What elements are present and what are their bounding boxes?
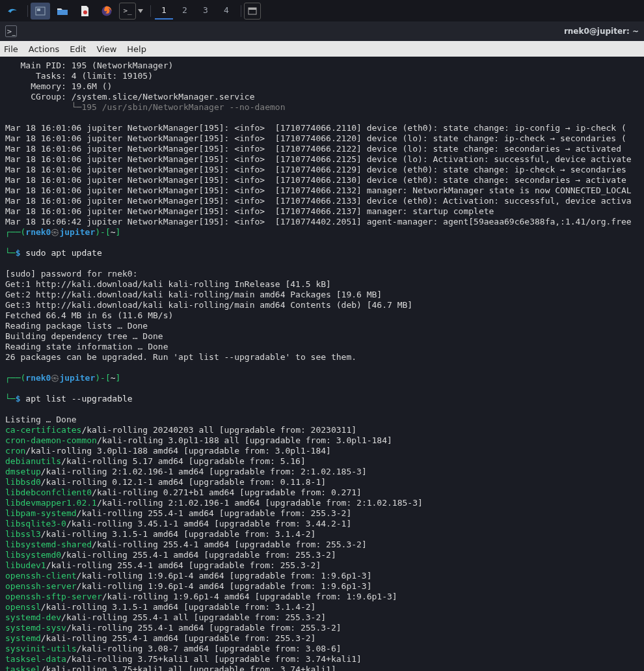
kali-menu-icon[interactable] (3, 3, 22, 20)
menubar: File Actions Edit View Help (0, 41, 644, 57)
prompt-line-2: ┌──(rnek0㉿jupiter)-[~] (5, 373, 639, 383)
status-tasks: Tasks: 4 (limit: 19105) (5, 71, 153, 81)
package-line: tasksel-data/kali-rolling 3.75+kali1 all… (5, 654, 362, 664)
separator (27, 5, 28, 17)
workspace-3[interactable]: 3 (196, 3, 215, 20)
package-line: systemd/kali-rolling 255.4-1 amd64 [upgr… (5, 633, 315, 643)
log-line: Mar 18 16:01:06 jupiter NetworkManager[1… (5, 175, 626, 185)
apt-output-line: [sudo] password for rnek0: (5, 269, 138, 279)
svg-rect-5 (248, 8, 256, 10)
apt-output-line: Reading package lists … Done (5, 321, 148, 331)
show-desktop-icon[interactable] (244, 3, 261, 20)
package-line: openssh-client/kali-rolling 1:9.6p1-4 am… (5, 571, 372, 581)
package-line: libssl3/kali-rolling 3.1.5-1 amd64 [upgr… (5, 529, 315, 539)
log-line: Mar 18 16:01:06 jupiter NetworkManager[1… (5, 123, 626, 133)
apt-output-line: Get:2 http://kali.download/kali kali-rol… (5, 290, 382, 299)
apt-output-line: Fetched 66.4 MB in 6s (11.6 MB/s) (5, 310, 173, 320)
log-line: Mar 18 16:01:06 jupiter NetworkManager[1… (5, 144, 626, 154)
status-main-pid: Main PID: 195 (NetworkManager) (5, 61, 173, 70)
log-line: Mar 18 16:01:06 jupiter NetworkManager[1… (5, 206, 494, 216)
listing-header: Listing … Done (5, 415, 77, 424)
package-line: libsystemd0/kali-rolling 255.4-1 amd64 [… (5, 550, 336, 560)
prompt-cmd-2: └─$ apt list --upgradable (5, 394, 639, 404)
workspace-2[interactable]: 2 (176, 3, 194, 20)
window-title: rnek0@jupiter: ~ (564, 27, 639, 36)
apt-output-line: Building dependency tree … Done (5, 331, 163, 341)
separator (241, 5, 241, 17)
apt-output-line: 26 packages can be upgraded. Run 'apt li… (5, 352, 356, 362)
package-line: tasksel/kali-rolling 3.75+kali1 all [upg… (5, 664, 336, 671)
package-line: libbsd0/kali-rolling 0.12.1-1 amd64 [upg… (5, 477, 326, 487)
window-titlebar[interactable]: >_ rnek0@jupiter: ~ (0, 21, 644, 41)
cherrytree-icon[interactable] (75, 3, 94, 20)
firefox-icon[interactable] (97, 3, 116, 20)
apt-output-line: Get:1 http://kali.download/kali kali-rol… (5, 279, 331, 289)
terminal-output[interactable]: Main PID: 195 (NetworkManager) Tasks: 4 … (0, 57, 644, 671)
log-line: Mar 18 16:01:06 jupiter NetworkManager[1… (5, 133, 626, 143)
log-line: Mar 18 16:01:06 jupiter NetworkManager[1… (5, 185, 632, 195)
terminal-launcher-icon[interactable]: >_ (119, 3, 136, 20)
log-line: Mar 18 16:01:06 jupiter NetworkManager[1… (5, 196, 632, 206)
menu-file[interactable]: File (4, 44, 18, 54)
package-line: openssh-sftp-server/kali-rolling 1:9.6p1… (5, 592, 397, 601)
log-line: Mar 18 16:06:42 jupiter NetworkManager[1… (5, 217, 632, 226)
package-line: cron-daemon-common/kali-rolling 3.0pl1-1… (5, 435, 392, 445)
menu-help[interactable]: Help (127, 44, 146, 54)
package-line: libdevmapper1.02.1/kali-rolling 2:1.02.1… (5, 498, 423, 508)
status-cgroup: CGroup: /system.slice/NetworkManager.ser… (5, 92, 255, 102)
workspace-4[interactable]: 4 (217, 3, 235, 20)
package-line: ca-certificates/kali-rolling 20240203 al… (5, 425, 356, 435)
terminal-dropdown-icon[interactable] (136, 3, 145, 20)
separator (150, 5, 151, 17)
package-line: libdebconfclient0/kali-rolling 0.271+b1 … (5, 487, 362, 497)
package-line: openssh-server/kali-rolling 1:9.6p1-4 am… (5, 581, 372, 591)
menu-actions[interactable]: Actions (29, 44, 60, 54)
prompt-line-1: ┌──(rnek0㉿jupiter)-[~] (5, 227, 639, 238)
menu-view[interactable]: View (96, 44, 116, 54)
svg-point-2 (83, 10, 87, 14)
package-line: libsqlite3-0/kali-rolling 3.45.1-1 amd64… (5, 519, 351, 528)
package-line: libpam-systemd/kali-rolling 255.4-1 amd6… (5, 508, 351, 518)
package-line: libudev1/kali-rolling 255.4-1 amd64 [upg… (5, 560, 321, 570)
prompt-cmd-1: └─$ sudo apt update (5, 248, 639, 258)
log-line: Mar 18 16:01:06 jupiter NetworkManager[1… (5, 154, 632, 164)
package-line: openssl/kali-rolling 3.1.5-1 amd64 [upgr… (5, 602, 315, 612)
svg-rect-1 (37, 8, 40, 11)
package-line: debianutils/kali-rolling 5.17 amd64 [upg… (5, 456, 306, 466)
file-manager-icon[interactable] (53, 3, 72, 20)
package-line: cron/kali-rolling 3.0pl1-188 amd64 [upgr… (5, 446, 331, 456)
status-cgroup-tree: └─195 /usr/sbin/NetworkManager --no-daem… (5, 102, 285, 112)
log-line: Mar 18 16:01:06 jupiter NetworkManager[1… (5, 165, 626, 174)
apt-output-line: Reading state information … Done (5, 342, 168, 351)
taskbar: >_ 1234 (0, 0, 644, 21)
menu-edit[interactable]: Edit (70, 44, 86, 54)
package-line: systemd-sysv/kali-rolling 255.4-1 amd64 … (5, 623, 342, 633)
package-line: sysvinit-utils/kali-rolling 3.08-7 amd64… (5, 644, 342, 653)
workspace-1[interactable]: 1 (155, 3, 173, 20)
package-line: systemd-dev/kali-rolling 255.4-1 all [up… (5, 612, 326, 622)
window-icon: >_ (5, 25, 17, 37)
apt-output-line: Get:3 http://kali.download/kali kali-rol… (5, 300, 412, 310)
package-line: libsystemd-shared/kali-rolling 255.4-1 a… (5, 540, 367, 549)
status-memory: Memory: 19.6M () (5, 81, 112, 91)
workspace-switcher-icon[interactable] (31, 3, 50, 20)
package-line: dmsetup/kali-rolling 2:1.02.196-1 amd64 … (5, 467, 367, 476)
